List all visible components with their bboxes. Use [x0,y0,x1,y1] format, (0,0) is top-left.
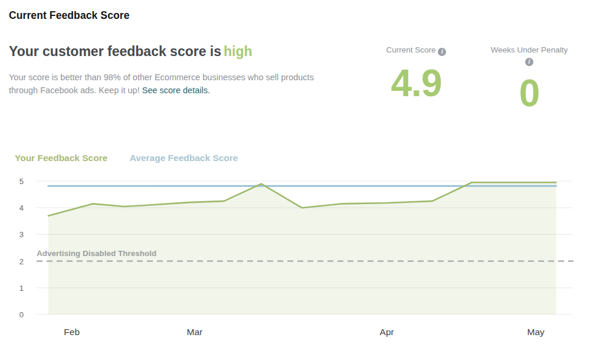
score-heading: Your customer feedback score ishigh [9,44,253,60]
y-axis-tick: 5 [19,177,24,186]
y-axis-tick: 0 [19,310,24,319]
legend-your-feedback-score: Your Feedback Score [15,153,107,163]
see-score-details-link[interactable]: See score details. [142,86,210,95]
weeks-under-penalty-label-row: Weeks Under Penalty i [479,45,579,66]
y-axis-tick: 1 [19,284,24,293]
page-title: Current Feedback Score [9,9,130,22]
weeks-under-penalty-stat: Weeks Under Penalty i 0 [479,45,579,112]
current-score-label: Current Score [386,45,436,54]
weeks-under-penalty-value: 0 [479,74,579,112]
chart-legend: Your Feedback Score Average Feedback Sco… [15,153,257,163]
x-axis-tick: Feb [64,327,80,337]
current-score-stat: Current Score i 4.9 [365,45,468,102]
feedback-score-chart: 012345Advertising Disabled ThresholdFebM… [0,175,590,352]
x-axis-tick: Apr [380,327,394,337]
x-axis-tick: Mar [187,327,203,337]
y-axis-tick: 3 [19,230,24,239]
score-status-high: high [224,44,253,59]
weeks-under-penalty-label: Weeks Under Penalty [491,45,568,54]
info-icon[interactable]: i [438,48,446,56]
current-score-label-row: Current Score i [365,45,468,56]
feedback-score-chart-svg: 012345Advertising Disabled ThresholdFebM… [0,175,590,352]
info-icon[interactable]: i [525,58,533,66]
y-axis-tick: 4 [19,204,24,212]
current-score-value: 4.9 [365,64,468,102]
feedback-score-card: Current Feedback Score Your customer fee… [0,0,590,364]
y-axis-tick: 2 [19,257,24,266]
x-axis-tick: May [527,327,545,337]
advertising-disabled-threshold-label: Advertising Disabled Threshold [37,249,156,258]
score-heading-text: Your customer feedback score is [9,44,221,59]
legend-average-feedback-score: Average Feedback Score [130,153,238,163]
score-summary: Your score is better than 98% of other E… [9,71,332,97]
